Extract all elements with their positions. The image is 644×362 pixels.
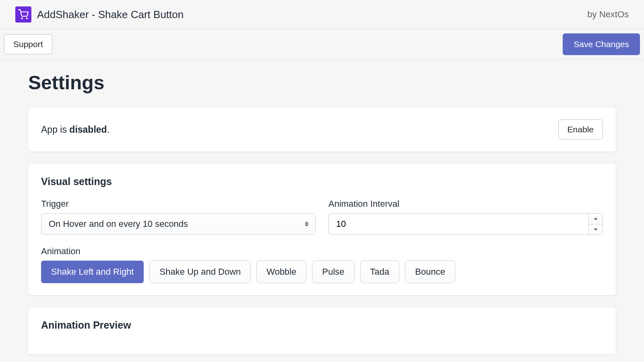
status-text: App is disabled. — [41, 124, 109, 135]
svg-point-1 — [27, 18, 27, 19]
trigger-select[interactable]: On Hover and on every 10 seconds — [41, 213, 316, 235]
cart-icon — [18, 9, 29, 20]
save-changes-button[interactable]: Save Changes — [563, 33, 640, 55]
interval-label: Animation Interval — [328, 199, 603, 209]
interval-input[interactable] — [329, 214, 588, 234]
animation-preview-card: Animation Preview — [28, 307, 616, 354]
animation-option-3[interactable]: Pulse — [312, 261, 354, 283]
select-caret-icon — [305, 222, 309, 226]
support-button[interactable]: Support — [4, 34, 52, 54]
interval-spinner — [588, 214, 603, 234]
action-bar: Support Save Changes — [0, 29, 644, 60]
trigger-label: Trigger — [41, 199, 316, 209]
animation-label: Animation — [41, 246, 603, 257]
svg-point-0 — [22, 18, 23, 19]
interval-field: Animation Interval — [328, 199, 603, 235]
app-header: AddShaker - Shake Cart Button by NextOs — [0, 0, 644, 29]
status-row: App is disabled. Enable — [41, 119, 603, 140]
chevron-up-icon — [594, 218, 598, 220]
chevron-down-icon — [305, 224, 309, 226]
animation-option-5[interactable]: Bounce — [405, 261, 455, 283]
status-card: App is disabled. Enable — [28, 107, 616, 152]
enable-button[interactable]: Enable — [558, 119, 603, 140]
interval-decrement-button[interactable] — [589, 224, 603, 235]
page-content: Settings App is disabled. Enable Visual … — [0, 60, 644, 362]
app-logo-icon — [15, 6, 31, 23]
app-header-left: AddShaker - Shake Cart Button — [15, 6, 184, 23]
interval-stepper — [328, 213, 603, 235]
chevron-up-icon — [305, 222, 309, 224]
animation-option-4[interactable]: Tada — [360, 261, 400, 283]
page-title: Settings — [28, 72, 616, 94]
animation-button-group: Shake Left and RightShake Up and DownWob… — [41, 261, 603, 283]
visual-settings-heading: Visual settings — [41, 176, 603, 187]
trigger-field: Trigger On Hover and on every 10 seconds — [41, 199, 316, 235]
visual-settings-card: Visual settings Trigger On Hover and on … — [28, 164, 616, 295]
interval-increment-button[interactable] — [589, 214, 603, 224]
animation-preview-heading: Animation Preview — [41, 319, 603, 331]
animation-option-2[interactable]: Wobble — [256, 261, 306, 283]
vendor-label: by NextOs — [587, 9, 629, 20]
animation-option-0[interactable]: Shake Left and Right — [41, 261, 144, 283]
chevron-down-icon — [594, 228, 598, 230]
trigger-select-value: On Hover and on every 10 seconds — [49, 219, 188, 229]
app-title: AddShaker - Shake Cart Button — [37, 8, 184, 21]
visual-settings-row: Trigger On Hover and on every 10 seconds… — [41, 199, 603, 235]
animation-option-1[interactable]: Shake Up and Down — [149, 261, 251, 283]
